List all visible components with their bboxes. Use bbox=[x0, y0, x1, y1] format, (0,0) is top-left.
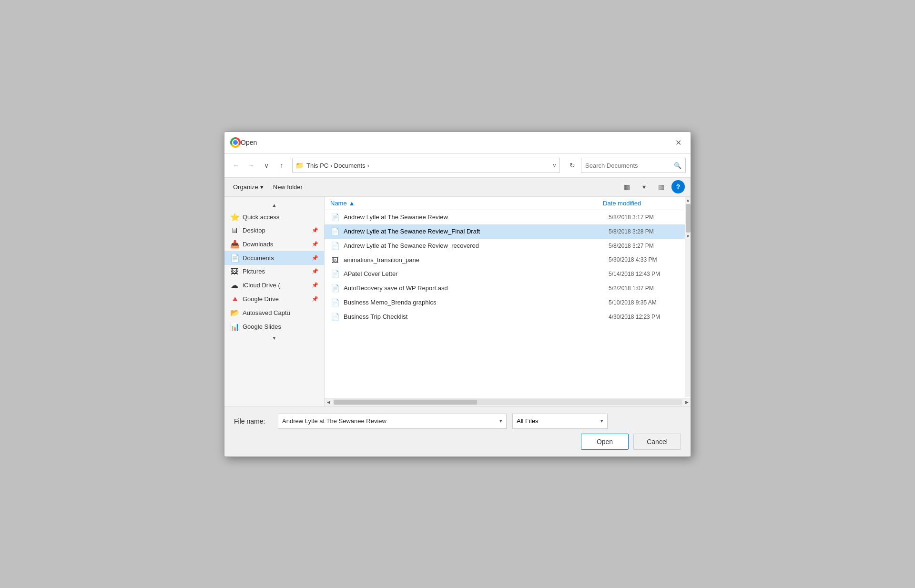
search-box: 🔍 bbox=[581, 158, 686, 173]
sidebar-icon-icloud: ☁ bbox=[230, 281, 239, 290]
up-icon: ↑ bbox=[280, 162, 284, 169]
folder-icon: 📁 bbox=[295, 162, 304, 169]
sidebar-item-desktop[interactable]: 🖥 Desktop 📌 bbox=[224, 224, 324, 237]
pin-icon-pictures: 📌 bbox=[312, 268, 318, 274]
organize-label: Organize bbox=[233, 183, 258, 191]
filetype-dropdown[interactable]: All Files ▾ bbox=[512, 414, 608, 429]
open-dialog: Open ✕ ← → ∨ ↑ 📁 This PC › Documents › ∨… bbox=[224, 132, 691, 457]
pin-icon-desktop: 📌 bbox=[312, 227, 318, 233]
dialog-title: Open bbox=[241, 139, 671, 146]
scroll-down-arrow[interactable]: ▼ bbox=[685, 233, 691, 240]
file-name-8: Business Trip Checklist bbox=[344, 313, 605, 320]
file-item[interactable]: 🖼 animations_transition_pane 5/30/2018 4… bbox=[325, 253, 691, 267]
scrollbar-thumb-v[interactable] bbox=[686, 204, 691, 233]
file-date-8: 4/30/2018 12:23 PM bbox=[609, 314, 685, 320]
back-icon: ← bbox=[233, 162, 239, 169]
sidebar-icon-downloads: 📥 bbox=[230, 240, 239, 249]
file-name-7: Business Memo_Brenda graphics bbox=[344, 299, 605, 306]
sidebar-label-google-drive: Google Drive bbox=[243, 295, 279, 303]
organize-button[interactable]: Organize ▾ bbox=[230, 182, 266, 192]
close-button[interactable]: ✕ bbox=[671, 136, 685, 149]
file-date-4: 5/30/2018 4:33 PM bbox=[609, 256, 685, 263]
secondary-toolbar: Organize ▾ New folder ▦ ▾ ▥ ? bbox=[224, 178, 691, 197]
pin-icon-google-drive: 📌 bbox=[312, 296, 318, 302]
help-button[interactable]: ? bbox=[671, 180, 685, 193]
sidebar: ▲ ⭐ Quick access 🖥 Desktop 📌 📥 Downloads… bbox=[224, 197, 325, 406]
organize-chevron: ▾ bbox=[260, 183, 264, 191]
sidebar-item-downloads[interactable]: 📥 Downloads 📌 bbox=[224, 237, 324, 251]
recent-locations-button[interactable]: ∨ bbox=[260, 159, 273, 172]
file-icon-5: 📄 bbox=[330, 270, 340, 278]
open-button[interactable]: Open bbox=[581, 434, 629, 450]
view-panel-button[interactable]: ▥ bbox=[654, 180, 668, 193]
search-icon: 🔍 bbox=[674, 162, 681, 169]
file-item[interactable]: 📄 Business Trip Checklist 4/30/2018 12:2… bbox=[325, 310, 691, 324]
scroll-right-button[interactable]: ▶ bbox=[683, 398, 691, 406]
vertical-scrollbar[interactable]: ▲ ▼ bbox=[685, 197, 691, 397]
forward-button[interactable]: → bbox=[244, 159, 258, 172]
sidebar-icon-pictures: 🖼 bbox=[230, 267, 239, 276]
column-header-date[interactable]: Date modified bbox=[603, 200, 679, 207]
file-name-5: APatel Cover Letter bbox=[344, 270, 605, 277]
pin-icon-icloud: 📌 bbox=[312, 282, 318, 288]
file-item[interactable]: 📄 Business Memo_Brenda graphics 5/10/201… bbox=[325, 295, 691, 310]
sidebar-item-documents[interactable]: 📄 Documents 📌 bbox=[224, 251, 324, 265]
sidebar-scroll-up[interactable]: ▲ bbox=[224, 201, 324, 210]
main-area: ▲ ⭐ Quick access 🖥 Desktop 📌 📥 Downloads… bbox=[224, 197, 691, 406]
sidebar-label-documents: Documents bbox=[243, 254, 274, 262]
address-path: This PC › Documents › bbox=[306, 162, 549, 169]
file-name-2: Andrew Lytle at The Sewanee Review_Final… bbox=[344, 228, 605, 235]
view-grid-button[interactable]: ▦ bbox=[620, 180, 633, 193]
file-item[interactable]: 📄 AutoRecovery save of WP Report.asd 5/2… bbox=[325, 281, 691, 295]
filename-input[interactable] bbox=[282, 417, 499, 425]
file-date-6: 5/2/2018 1:07 PM bbox=[609, 285, 685, 292]
scrollbar-thumb[interactable] bbox=[334, 400, 477, 405]
refresh-button[interactable]: ↻ bbox=[566, 159, 579, 172]
file-name-4: animations_transition_pane bbox=[344, 256, 605, 264]
address-chevron-icon[interactable]: ∨ bbox=[552, 162, 557, 169]
file-item[interactable]: 📄 Andrew Lytle at The Sewanee Review_rec… bbox=[325, 239, 691, 253]
view-chevron-button[interactable]: ▾ bbox=[637, 180, 651, 193]
up-button[interactable]: ↑ bbox=[275, 159, 288, 172]
sidebar-item-google-slides[interactable]: 📊 Google Slides bbox=[224, 320, 324, 334]
sidebar-item-google-drive[interactable]: 🔺 Google Drive 📌 bbox=[224, 292, 324, 306]
file-name-6: AutoRecovery save of WP Report.asd bbox=[344, 284, 605, 292]
file-date-7: 5/10/2018 9:35 AM bbox=[609, 299, 685, 306]
scrollbar-track[interactable] bbox=[333, 399, 682, 405]
scroll-left-button[interactable]: ◀ bbox=[325, 398, 332, 406]
sidebar-label-downloads: Downloads bbox=[243, 241, 273, 248]
file-icon-8: 📄 bbox=[330, 313, 340, 321]
file-item[interactable]: 📄 APatel Cover Letter 5/14/2018 12:43 PM bbox=[325, 267, 691, 281]
sidebar-item-quick-access[interactable]: ⭐ Quick access bbox=[224, 210, 324, 224]
filename-chevron-icon[interactable]: ▾ bbox=[499, 418, 502, 424]
address-bar[interactable]: 📁 This PC › Documents › ∨ bbox=[292, 158, 560, 173]
sidebar-item-pictures[interactable]: 🖼 Pictures 📌 bbox=[224, 265, 324, 278]
sidebar-scroll-down[interactable]: ▼ bbox=[224, 334, 324, 343]
sidebar-label-desktop: Desktop bbox=[243, 227, 265, 234]
chrome-icon bbox=[230, 137, 241, 148]
pin-icon-downloads: 📌 bbox=[312, 241, 318, 247]
column-header-name[interactable]: Name ▲ bbox=[330, 200, 603, 207]
file-item[interactable]: 📄 Andrew Lytle at The Sewanee Review_Fin… bbox=[325, 224, 691, 239]
new-folder-button[interactable]: New folder bbox=[270, 182, 305, 192]
navigation-toolbar: ← → ∨ ↑ 📁 This PC › Documents › ∨ ↻ 🔍 bbox=[224, 154, 691, 178]
file-icon-4: 🖼 bbox=[330, 256, 340, 264]
file-name-1: Andrew Lytle at The Sewanee Review bbox=[344, 213, 605, 221]
file-list-header: Name ▲ Date modified bbox=[325, 197, 691, 210]
filename-input-wrapper: ▾ bbox=[278, 414, 507, 429]
back-button[interactable]: ← bbox=[229, 159, 243, 172]
sidebar-icon-quick-access: ⭐ bbox=[230, 213, 239, 222]
sidebar-icon-documents: 📄 bbox=[230, 253, 239, 263]
horizontal-scrollbar[interactable]: ◀ ▶ bbox=[325, 398, 691, 406]
filename-label: File name: bbox=[234, 417, 272, 425]
sidebar-label-autosaved: Autosaved Captu bbox=[243, 309, 290, 316]
sidebar-label-icloud: iCloud Drive ( bbox=[243, 282, 280, 289]
file-item[interactable]: 📄 Andrew Lytle at The Sewanee Review 5/8… bbox=[325, 210, 691, 224]
scroll-up-arrow[interactable]: ▲ bbox=[685, 197, 691, 203]
titlebar: Open ✕ bbox=[224, 132, 691, 154]
cancel-button[interactable]: Cancel bbox=[633, 434, 681, 450]
sidebar-item-icloud[interactable]: ☁ iCloud Drive ( 📌 bbox=[224, 278, 324, 292]
file-date-5: 5/14/2018 12:43 PM bbox=[609, 271, 685, 277]
search-input[interactable] bbox=[585, 162, 674, 169]
sidebar-item-autosaved[interactable]: 📂 Autosaved Captu bbox=[224, 306, 324, 320]
